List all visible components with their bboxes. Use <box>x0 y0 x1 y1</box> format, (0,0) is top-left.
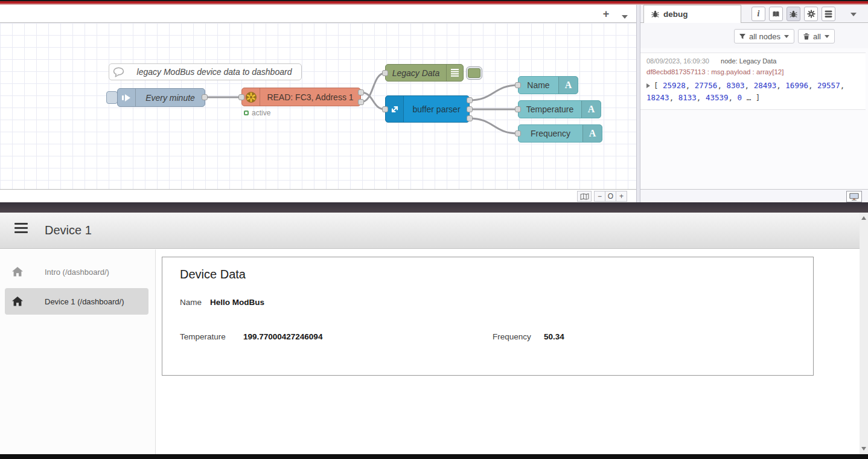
frequency-label: Frequency <box>493 332 531 341</box>
flow-list-chevron-icon[interactable] <box>622 15 628 19</box>
port-in[interactable] <box>515 106 521 112</box>
wire[interactable] <box>470 118 518 133</box>
sidebar-item-label: Device 1 (/dashboard/) <box>45 297 124 306</box>
filter-nodes-button[interactable]: all nodes <box>734 29 794 43</box>
port-out[interactable] <box>358 89 364 95</box>
scroll-up-icon[interactable] <box>861 216 866 220</box>
sidebar-item-label: Intro (/dashboard/) <box>45 268 109 277</box>
monitor-icon <box>849 193 859 201</box>
debug-enable-toggle[interactable] <box>466 66 482 80</box>
debug-list-icon <box>446 65 463 81</box>
ui-text-node-temperature[interactable]: Temperature A <box>518 100 601 118</box>
dashboard-main: Device Data Name Hello ModBus Temperatur… <box>156 249 860 454</box>
ui-text-node-name[interactable]: Name A <box>518 76 578 94</box>
debug-footer <box>640 189 868 202</box>
modbus-read-label: READ: FC3, Address 1 <box>260 88 360 106</box>
temperature-value: 199.77000427246094 <box>243 332 322 341</box>
database-icon <box>825 10 832 18</box>
device-data-card: Device Data Name Hello ModBus Temperatur… <box>162 257 814 376</box>
clear-messages-label: all <box>813 32 821 41</box>
resize-arrows-icon <box>386 96 404 122</box>
frequency-value: 50.34 <box>544 332 564 341</box>
scroll-down-icon[interactable] <box>861 447 866 451</box>
buffer-parser-node[interactable]: buffer parser <box>385 95 470 123</box>
open-debug-window-button[interactable] <box>846 191 862 202</box>
comment-node[interactable]: legacy ModBus device data to dashboard <box>109 63 302 80</box>
home-icon <box>12 267 23 277</box>
gear-icon <box>807 10 815 18</box>
debug-payload-array: [ 25928, 27756, 8303, 28493, 16996, 2955… <box>646 81 844 102</box>
port-out[interactable] <box>202 94 208 100</box>
port-out[interactable] <box>467 106 473 112</box>
debug-node[interactable]: Legacy Data <box>385 64 464 82</box>
tab-context-button[interactable] <box>822 7 835 21</box>
wire[interactable] <box>361 73 385 102</box>
debug-message[interactable]: 08/09/2023, 16:09:30 node: Legacy Data d… <box>640 53 866 110</box>
inject-node-label: Every minute <box>136 89 205 106</box>
ui-text-label: Frequency <box>519 125 582 142</box>
status-text: active <box>252 109 270 117</box>
add-flow-button[interactable]: + <box>600 8 612 20</box>
comment-node-label: legacy ModBus device data to dashboard <box>127 64 301 80</box>
screen: + legacy ModBus device data to dashboard <box>0 0 868 459</box>
sidebar-resize-handle[interactable] <box>636 5 640 202</box>
inject-button[interactable] <box>106 91 118 104</box>
flow-canvas[interactable]: legacy ModBus device data to dashboard E… <box>0 23 636 189</box>
menu-button[interactable] <box>14 223 28 233</box>
tab-debug-label: debug <box>663 10 688 19</box>
node-status: active <box>244 109 270 117</box>
inject-node[interactable]: Every minute <box>117 88 205 107</box>
ui-text-label: Temperature <box>519 101 581 118</box>
navigator-button[interactable] <box>577 191 592 202</box>
bug-icon <box>651 10 659 18</box>
home-icon <box>12 297 23 306</box>
debug-filter-row: all nodes all <box>640 23 868 48</box>
canvas-footer: − O + <box>0 189 636 202</box>
sidebar-menu-chevron-icon[interactable] <box>850 13 857 16</box>
sidebar-tabrow: debug i <box>640 5 868 23</box>
trash-icon <box>803 33 809 40</box>
filter-nodes-label: all nodes <box>749 32 780 41</box>
tab-help-button[interactable] <box>769 7 783 21</box>
debug-timestamp: 08/09/2023, 16:09:30 <box>646 57 709 65</box>
dashboard-title: Device 1 <box>45 223 92 237</box>
text-a-icon: A <box>582 125 602 142</box>
port-in[interactable] <box>238 94 244 100</box>
window-separator <box>0 202 868 213</box>
port-in[interactable] <box>382 106 388 112</box>
wire[interactable] <box>361 92 385 109</box>
text-a-icon: A <box>581 101 601 118</box>
clear-messages-button[interactable]: all <box>798 29 835 43</box>
debug-msgid-path: df8ecbd817357113 : msg.payload : array[1… <box>646 68 860 75</box>
wire[interactable] <box>470 85 518 100</box>
zoom-reset-button[interactable]: O <box>605 191 616 202</box>
buffer-parser-label: buffer parser <box>404 96 469 122</box>
tab-config-button[interactable] <box>804 7 818 21</box>
sidebar-item-intro[interactable]: Intro (/dashboard/) <box>5 259 148 284</box>
zoom-out-button[interactable]: − <box>594 191 605 202</box>
window-bottom-edge <box>0 454 868 459</box>
expand-arrow-icon[interactable] <box>646 83 650 88</box>
tab-info-button[interactable]: i <box>752 7 765 21</box>
chevron-down-icon <box>825 35 829 38</box>
port-in[interactable] <box>515 82 521 88</box>
port-out[interactable] <box>467 97 473 103</box>
dashboard-header: Device 1 <box>0 213 868 249</box>
port-out[interactable] <box>467 115 473 121</box>
debug-sidebar: debug i all nodes <box>640 5 868 202</box>
ui-text-label: Name <box>519 77 558 94</box>
port-in[interactable] <box>515 130 521 136</box>
sidebar-item-device1[interactable]: Device 1 (/dashboard/) <box>5 288 148 315</box>
debug-source-node: node: Legacy Data <box>721 57 776 65</box>
zoom-in-button[interactable]: + <box>616 191 627 202</box>
tab-debug-button[interactable] <box>787 7 800 21</box>
dashboard-scrollbar[interactable] <box>860 213 868 454</box>
modbus-read-node[interactable]: READ: FC3, Address 1 <box>241 88 361 106</box>
ui-text-node-frequency[interactable]: Frequency A <box>518 124 602 143</box>
port-out[interactable] <box>358 99 364 105</box>
port-in[interactable] <box>382 70 388 76</box>
modbus-icon <box>242 88 260 106</box>
tab-debug[interactable]: debug <box>643 5 741 23</box>
flow-tabbar: + <box>0 5 636 23</box>
status-ring-icon <box>244 111 249 115</box>
